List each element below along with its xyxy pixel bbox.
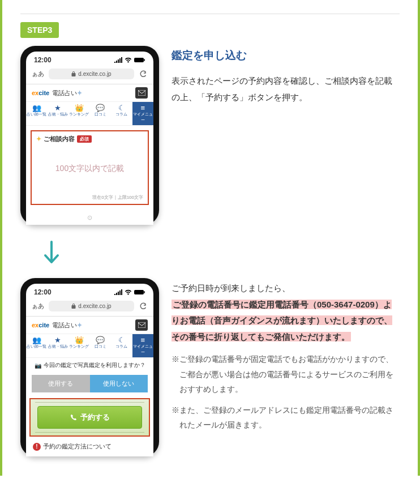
arrow-down-icon — [43, 241, 60, 266]
status-bar: 12:00 — [26, 284, 153, 298]
refresh-icon[interactable] — [139, 302, 148, 311]
brand-logo[interactable]: excite 電話占い✦ — [32, 89, 82, 97]
note-1: ※ご登録の電話番号が固定電話でもお電話がかかりますので、 ご都合が悪い場合は他の… — [172, 352, 400, 397]
consult-textarea[interactable]: 100文字以内で記載 — [36, 148, 143, 190]
tab-list[interactable]: 👥占い師一覧 — [26, 334, 48, 357]
address-field[interactable]: d.excite.co.jp — [49, 301, 134, 311]
page-indicator: ⊙ — [26, 211, 153, 225]
consult-box: ✦ ご相談内容 必須 100文字以内で記載 現在0文字｜上限100文字 — [31, 130, 149, 205]
step-row-1: 12:00 ぁあ d.excite.co.jp — [20, 46, 400, 225]
reserve-frame: 予約する — [29, 398, 150, 437]
mail-icon[interactable] — [135, 319, 148, 331]
svg-rect-4 — [144, 291, 145, 293]
step-heading: 鑑定を申し込む — [172, 48, 400, 63]
tab-column[interactable]: ☾コラム — [111, 102, 132, 125]
phone-mock-1: 12:00 ぁあ d.excite.co.jp — [20, 46, 159, 225]
svg-rect-5 — [138, 322, 145, 328]
svg-rect-3 — [134, 290, 144, 294]
phone-icon — [70, 414, 77, 421]
signal-icon — [114, 289, 122, 295]
nouse-button[interactable]: 使用しない — [90, 375, 148, 392]
wifi-icon — [125, 57, 132, 63]
highlighted-text: ご登録の電話番号に鑑定用電話番号（050-3647-0209）よりお電話（音声ガ… — [172, 300, 392, 341]
address-field[interactable]: d.excite.co.jp — [49, 69, 134, 79]
arrow-down — [43, 230, 182, 278]
consult-title: ご相談内容 — [44, 135, 75, 143]
signal-icon — [114, 57, 122, 63]
nav-tabs: 👥占い師一覧 ★占術・悩み 👑ランキング 💬口コミ ☾コラム ≡マイメニュー — [26, 102, 153, 126]
camera-icon: 📷 — [35, 362, 41, 369]
phone-mock-2: 12:00 ぁあ d.excite.co.jp — [20, 278, 159, 456]
lock-icon — [71, 71, 76, 76]
tab-list[interactable]: 👥占い師一覧 — [26, 102, 48, 125]
step-row-2: 12:00 ぁあ d.excite.co.jp — [20, 278, 400, 456]
mail-icon[interactable] — [135, 87, 148, 99]
status-bar: 12:00 — [26, 52, 153, 66]
tab-worry[interactable]: ★占術・悩み — [48, 334, 69, 357]
tab-column[interactable]: ☾コラム — [111, 334, 132, 357]
refresh-icon[interactable] — [139, 70, 148, 79]
required-badge: 必須 — [77, 135, 92, 143]
tab-mymenu[interactable]: ≡マイメニュー — [132, 102, 154, 125]
info-icon: ! — [33, 443, 41, 451]
svg-rect-1 — [144, 59, 145, 61]
brand-logo[interactable]: excite 電話占い✦ — [32, 321, 82, 330]
status-time: 12:00 — [34, 56, 52, 64]
step-badge: STEP3 — [20, 22, 59, 38]
step-description-1: 表示されたページの予約内容を確認し、ご相談内容を記載の上、「予約する」ボタンを押… — [172, 73, 400, 105]
step-description-2: ご予約日時が到来しましたら、 ご登録の電話番号に鑑定用電話番号（050-3647… — [172, 280, 400, 345]
battery-icon — [134, 57, 145, 63]
reserve-button[interactable]: 予約する — [37, 406, 142, 429]
nav-tabs: 👥占い師一覧 ★占術・悩み 👑ランキング 💬口コミ ☾コラム ≡マイメニュー — [26, 334, 153, 358]
tab-worry[interactable]: ★占術・悩み — [48, 102, 69, 125]
status-time: 12:00 — [34, 288, 52, 296]
browser-url-bar: ぁあ d.excite.co.jp — [26, 66, 153, 84]
text-size-control[interactable]: ぁあ — [32, 302, 44, 310]
battery-icon — [134, 289, 145, 295]
divider — [20, 14, 400, 14]
tab-ranking[interactable]: 👑ランキング — [68, 102, 90, 125]
use-button[interactable]: 使用する — [32, 375, 90, 392]
svg-rect-2 — [138, 90, 145, 96]
text-size-control[interactable]: ぁあ — [32, 70, 44, 78]
tab-reviews[interactable]: 💬口コミ — [90, 334, 112, 357]
wifi-icon — [125, 289, 132, 295]
app-header: excite 電話占い✦ — [26, 317, 153, 334]
svg-rect-0 — [134, 58, 144, 62]
lock-icon — [71, 304, 76, 309]
camera-question: 📷 今回の鑑定で写真鑑定を利用しますか？ — [26, 358, 153, 373]
tab-ranking[interactable]: 👑ランキング — [68, 334, 90, 357]
note-2: ※また、ご登録のメールアドレスにも鑑定用電話番号の記載されたメールが届きます。 — [172, 403, 400, 433]
about-reservation-link[interactable]: ! 予約の鑑定方法について — [26, 437, 153, 456]
yes-no-toggle: 使用する 使用しない — [32, 375, 148, 392]
app-header: excite 電話占い✦ — [26, 84, 153, 102]
tab-mymenu[interactable]: ≡マイメニュー — [132, 334, 154, 357]
browser-url-bar: ぁあ d.excite.co.jp — [26, 298, 153, 317]
char-counter: 現在0文字｜上限100文字 — [36, 194, 143, 200]
tab-reviews[interactable]: 💬口コミ — [90, 102, 112, 125]
